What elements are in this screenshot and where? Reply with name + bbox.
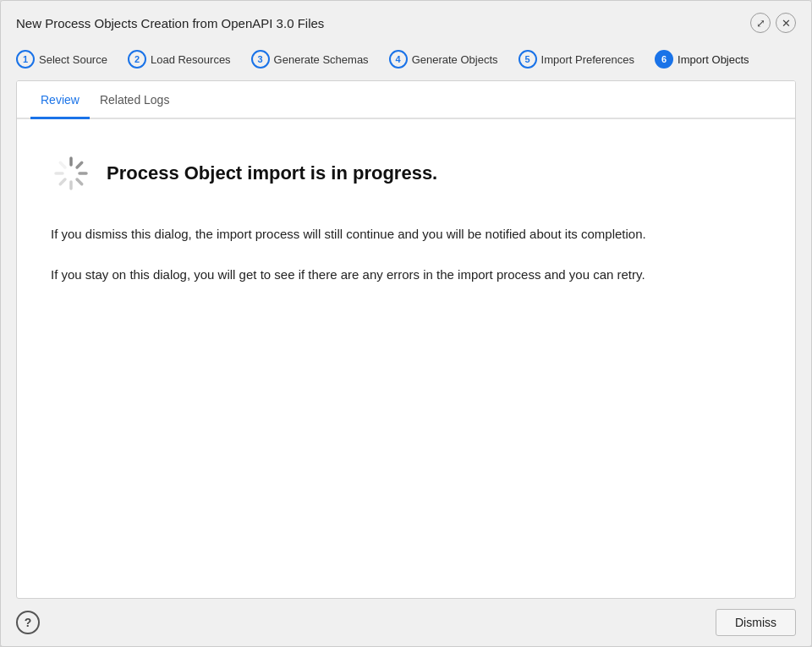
info-paragraph-1: If you dismiss this dialog, the import p… bbox=[51, 224, 761, 244]
step-5[interactable]: 5Import Preferences bbox=[518, 50, 635, 69]
step-6[interactable]: 6Import Objects bbox=[655, 50, 749, 69]
svg-line-5 bbox=[60, 179, 65, 184]
close-button[interactable]: ✕ bbox=[776, 13, 796, 33]
step-circle-3: 3 bbox=[251, 50, 270, 69]
step-circle-1: 1 bbox=[16, 50, 35, 69]
tabs: ReviewRelated Logs bbox=[17, 81, 795, 119]
step-label-6: Import Objects bbox=[678, 53, 749, 66]
step-circle-6: 6 bbox=[655, 50, 673, 69]
dialog: New Process Objects Creation from OpenAP… bbox=[0, 0, 812, 647]
help-button[interactable]: ? bbox=[16, 611, 40, 634]
dialog-title: New Process Objects Creation from OpenAP… bbox=[16, 16, 324, 30]
status-row: Process Object import is in progress. bbox=[51, 153, 761, 194]
expand-button[interactable]: ⤢ bbox=[750, 13, 771, 33]
step-circle-2: 2 bbox=[128, 50, 146, 69]
step-2[interactable]: 2Load Resources bbox=[128, 50, 231, 69]
step-4[interactable]: 4Generate Objects bbox=[389, 50, 498, 69]
svg-line-7 bbox=[60, 162, 65, 167]
step-1[interactable]: 1Select Source bbox=[16, 50, 107, 69]
dismiss-button[interactable]: Dismiss bbox=[716, 609, 796, 636]
tab-related-logs[interactable]: Related Logs bbox=[90, 81, 180, 119]
tab-review[interactable]: Review bbox=[30, 81, 90, 119]
svg-line-3 bbox=[77, 179, 82, 184]
spinner-icon bbox=[51, 153, 91, 194]
step-label-1: Select Source bbox=[39, 53, 107, 66]
svg-line-1 bbox=[77, 162, 82, 167]
step-3[interactable]: 3Generate Schemas bbox=[251, 50, 369, 69]
status-title: Process Object import is in progress. bbox=[107, 162, 437, 184]
step-label-2: Load Resources bbox=[151, 53, 231, 66]
step-circle-5: 5 bbox=[518, 50, 537, 69]
info-paragraph-2: If you stay on this dialog, you will get… bbox=[51, 265, 761, 285]
panel-content: Process Object import is in progress. If… bbox=[17, 119, 795, 598]
footer: ? Dismiss bbox=[1, 599, 811, 646]
title-bar-buttons: ⤢ ✕ bbox=[750, 13, 796, 33]
step-label-3: Generate Schemas bbox=[274, 53, 369, 66]
panel: ReviewRelated Logs bbox=[16, 80, 796, 599]
wizard-steps: 1Select Source2Load Resources3Generate S… bbox=[1, 41, 811, 80]
step-label-4: Generate Objects bbox=[412, 53, 498, 66]
content-area: ReviewRelated Logs bbox=[1, 80, 811, 599]
title-bar: New Process Objects Creation from OpenAP… bbox=[1, 1, 811, 41]
step-circle-4: 4 bbox=[389, 50, 408, 69]
step-label-5: Import Preferences bbox=[541, 53, 635, 66]
